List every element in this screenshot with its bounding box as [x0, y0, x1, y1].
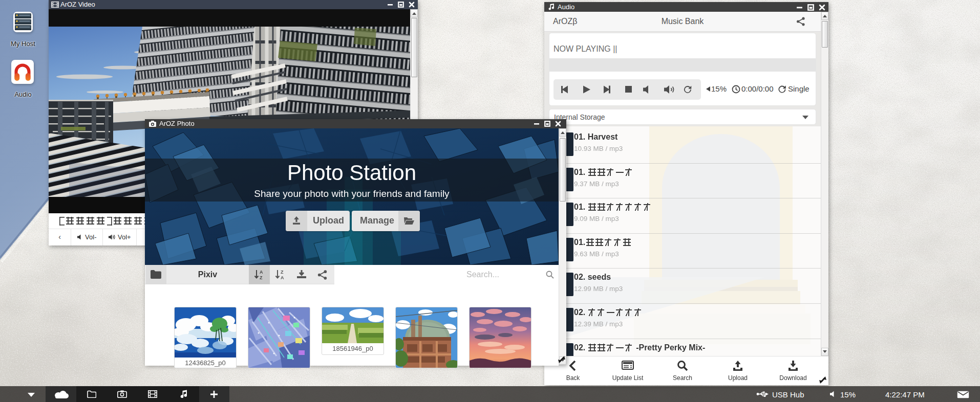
svg-text:Z: Z [281, 270, 284, 275]
svg-text:Z: Z [260, 275, 263, 280]
svg-text:A: A [281, 275, 284, 280]
svg-text:A: A [260, 270, 263, 275]
